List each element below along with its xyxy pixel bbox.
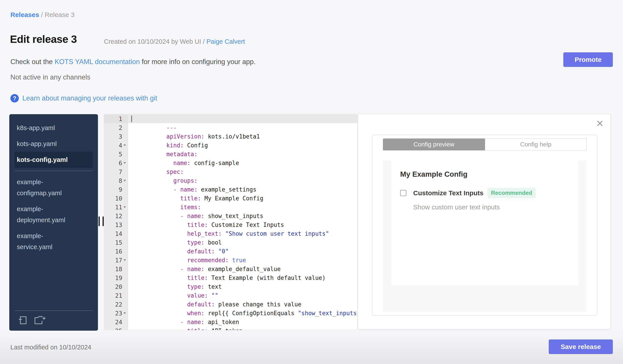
line-number-cell: 19: [104, 273, 128, 282]
code-text: title: My Example Config: [128, 185, 357, 194]
code-text: recommended: true: [128, 247, 357, 256]
code-text: - name: example_settings: [128, 176, 357, 185]
docs-prefix: Check out the: [10, 58, 55, 66]
code-text: help_text: "Show custom user text inputs…: [128, 221, 357, 229]
line-number: 2: [119, 124, 122, 131]
docs-line: Check out the KOTS YAML documentation fo…: [10, 58, 256, 66]
line-number: 12: [115, 213, 122, 220]
breadcrumb-link-releases[interactable]: Releases: [10, 11, 39, 18]
breadcrumb-separator: /: [39, 11, 45, 18]
line-number-cell: 6: [104, 159, 128, 167]
close-icon[interactable]: ✕: [596, 119, 604, 128]
line-number: 20: [115, 283, 122, 290]
line-number-cell: 10: [104, 194, 128, 203]
code-line: 10 items:: [104, 194, 357, 203]
code-text: spec:: [128, 159, 357, 167]
file-name: k8s-app.yaml: [17, 124, 55, 131]
code-text: items:: [128, 194, 357, 203]
line-number: 19: [115, 275, 122, 281]
code-line: 13 help_text: "Show custom user text inp…: [104, 221, 357, 229]
line-number-cell: 5: [104, 150, 128, 159]
code-text: metadata:: [128, 141, 357, 150]
sidebar-resize-handle[interactable]: [99, 217, 104, 226]
fold-arrow-icon[interactable]: [123, 206, 126, 208]
code-text: value: "": [128, 282, 357, 291]
code-line: 12 title: Customize Text Inputs: [104, 212, 357, 221]
file-plus-icon[interactable]: [18, 316, 27, 325]
line-number-cell: 23: [104, 309, 128, 318]
line-number-cell: 20: [104, 282, 128, 291]
code-line: 20 value: "": [104, 282, 357, 291]
line-number: 4: [119, 142, 122, 149]
file-name: kots-config.yaml: [17, 156, 68, 163]
file-item[interactable]: kots-config.yaml: [15, 152, 93, 168]
line-number-cell: 24: [104, 318, 128, 326]
text-cursor: [131, 116, 132, 122]
folder-plus-icon[interactable]: [34, 316, 46, 325]
line-number-cell: 9: [104, 185, 128, 194]
customize-text-inputs-checkbox[interactable]: [400, 190, 406, 196]
file-item[interactable]: example-configmap.yaml: [15, 174, 81, 201]
fold-arrow-icon[interactable]: [123, 312, 126, 314]
code-text: - name: example_default_value: [128, 256, 357, 265]
code-line: 9 title: My Example Config: [104, 185, 357, 194]
line-number-cell: 17: [104, 256, 128, 265]
author-link[interactable]: Paige Calvert: [206, 38, 245, 45]
file-name: example-configmap.yaml: [17, 179, 62, 197]
kots-yaml-docs-link[interactable]: KOTS YAML documentation: [55, 58, 140, 66]
code-text: type: bool: [128, 229, 357, 238]
line-number-cell: 14: [104, 229, 128, 238]
save-release-button[interactable]: Save release: [549, 340, 613, 354]
line-number: 10: [115, 195, 122, 202]
code-text: when: repl{{ ConfigOptionEquals "show_te…: [128, 300, 357, 309]
question-mark-icon[interactable]: ?: [10, 94, 19, 102]
line-number-cell: 15: [104, 238, 128, 247]
config-preview-panel: ✕ Config preview Config help My Example …: [358, 114, 611, 329]
line-number: 17: [115, 257, 122, 264]
line-number: 15: [115, 239, 122, 246]
file-item[interactable]: example-deployment.yaml: [15, 201, 81, 228]
tab-config-help[interactable]: Config help: [485, 139, 587, 150]
git-releases-link[interactable]: Learn about managing your releases with …: [22, 94, 157, 102]
line-number-cell: 2: [104, 123, 128, 132]
promote-button[interactable]: Promote: [563, 52, 613, 67]
code-text: title: Text Example (with default value): [128, 265, 357, 273]
code-editor[interactable]: 1 --- 2 apiVersion: kots.io/v1beta1: [104, 114, 357, 330]
code-text: ---: [128, 114, 357, 123]
file-item[interactable]: kots-app.yaml: [15, 136, 93, 152]
preview-tabs: Config preview Config help: [383, 139, 587, 150]
code-text: name: config-sample: [128, 150, 357, 159]
code-line: 18 title: Text Example (with default val…: [104, 265, 357, 273]
config-form-card: My Example Config Customize Text Inputs …: [391, 160, 578, 285]
code-text: groups:: [128, 167, 357, 176]
line-number-cell: 8: [104, 176, 128, 185]
fold-arrow-icon[interactable]: [123, 180, 126, 182]
code-text: kind: Config: [128, 132, 357, 141]
line-number: 16: [115, 248, 122, 255]
code-line: 8 - name: example_settings: [104, 176, 357, 185]
line-number-cell: 11: [104, 203, 128, 212]
file-name: kots-app.yaml: [17, 140, 57, 147]
page-title: Edit release 3: [10, 33, 77, 45]
line-number: 18: [115, 266, 122, 273]
fold-arrow-icon[interactable]: [123, 162, 126, 164]
config-group-title: My Example Config: [400, 170, 570, 179]
code-line: 4 metadata:: [104, 141, 357, 150]
line-number-cell: 3: [104, 132, 128, 141]
line-number: 22: [115, 301, 122, 308]
code-text: default: please change this value: [128, 291, 357, 300]
code-line: 6 spec:: [104, 159, 357, 167]
config-item-label: Customize Text Inputs: [413, 189, 484, 197]
file-item[interactable]: k8s-app.yaml: [15, 120, 93, 136]
line-number-cell: 4: [104, 141, 128, 150]
tab-config-preview[interactable]: Config preview: [383, 139, 485, 150]
fold-arrow-icon[interactable]: [123, 259, 126, 261]
code-line: 23 - name: api_token: [104, 309, 357, 318]
file-item[interactable]: example-service.yaml: [15, 228, 81, 255]
last-modified-text: Last modified on 10/10/2024: [10, 344, 91, 351]
fold-arrow-icon[interactable]: [123, 144, 126, 146]
config-item-help-text: Show custom user text inputs: [413, 203, 570, 211]
line-number-cell: 1: [104, 114, 128, 123]
code-line: 3 kind: Config: [104, 132, 357, 141]
line-number: 8: [119, 177, 122, 184]
